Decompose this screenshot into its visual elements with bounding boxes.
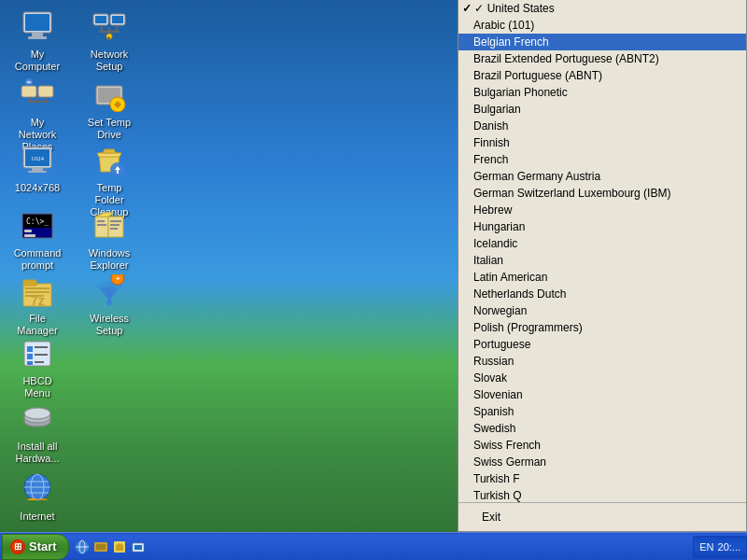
resolution-icon[interactable]: 1024 1024x768: [5, 138, 70, 199]
svg-rect-37: [110, 220, 121, 222]
svg-rect-27: [32, 168, 43, 171]
set-temp-drive-icon[interactable]: Set Temp Drive: [77, 73, 142, 146]
svg-rect-33: [24, 230, 32, 232]
keyboard-layout-dropdown[interactable]: ✓ United States Arabic (101) Belgian Fre…: [458, 0, 747, 532]
svg-rect-9: [116, 25, 118, 31]
language-indicator: EN: [699, 541, 713, 553]
svg-rect-38: [110, 224, 120, 226]
svg-rect-11: [108, 27, 110, 31]
dropdown-item-hungarian[interactable]: Hungarian: [458, 218, 746, 235]
wireless-setup-icon[interactable]: + Wireless Setup: [77, 269, 142, 342]
svg-rect-54: [27, 361, 33, 365]
dropdown-item-german-switzerland[interactable]: German Switzerland Luxembourg (IBM): [458, 185, 746, 202]
dropdown-list[interactable]: ✓ United States Arabic (101) Belgian Fre…: [458, 0, 746, 502]
dropdown-item-swiss-german[interactable]: Swiss German: [458, 454, 746, 470]
svg-rect-28: [28, 171, 47, 173]
dropdown-item-german-germany-austria[interactable]: German Germany Austria: [458, 168, 746, 185]
quicklaunch-ie-icon[interactable]: [75, 539, 90, 554]
resolution-label: 1024x768: [8, 181, 66, 195]
dropdown-item-brazil-extended[interactable]: Brazil Extended Portuguese (ABNT2): [458, 50, 746, 67]
svg-rect-3: [28, 36, 47, 39]
dropdown-item-swiss-french[interactable]: Swiss French: [458, 437, 746, 454]
taskbar-items: [69, 539, 694, 554]
start-button[interactable]: ⊞ Start: [2, 534, 69, 560]
dropdown-item-turkish-q[interactable]: Turkish Q: [458, 487, 746, 502]
dropdown-item-netherlands-dutch[interactable]: Netherlands Dutch: [458, 286, 746, 302]
dropdown-item-hebrew[interactable]: Hebrew: [458, 202, 746, 218]
dropdown-item-russian[interactable]: Russian: [458, 353, 746, 370]
svg-point-46: [106, 300, 112, 305]
dropdown-item-swedish[interactable]: Swedish: [458, 420, 746, 437]
start-label: Start: [29, 539, 57, 553]
dropdown-item-danish[interactable]: Danish: [458, 118, 746, 134]
svg-rect-8: [101, 25, 103, 31]
quicklaunch-3-icon[interactable]: [112, 539, 127, 554]
svg-rect-1: [25, 14, 49, 31]
exit-button[interactable]: Exit: [466, 507, 516, 527]
clock: 20:...: [718, 541, 740, 553]
svg-rect-50: [27, 346, 33, 352]
my-computer-label: My Computer: [8, 48, 66, 74]
svg-text:7z: 7z: [31, 293, 45, 308]
command-prompt-icon[interactable]: C:\>_ Command prompt: [5, 203, 70, 276]
taskbar: ⊞ Start EN 20:...: [0, 532, 747, 560]
svg-rect-16: [30, 97, 32, 101]
svg-rect-72: [134, 545, 142, 550]
svg-rect-42: [25, 287, 49, 289]
dropdown-item-italian[interactable]: Italian: [458, 252, 746, 269]
dropdown-footer: Exit: [458, 502, 746, 531]
dropdown-item-arabic-101[interactable]: Arabic (101): [458, 17, 746, 34]
internet-label: Internet: [8, 510, 66, 524]
dropdown-item-icelandic[interactable]: Icelandic: [458, 235, 746, 252]
network-setup-icon[interactable]: + Network Setup: [77, 5, 142, 77]
svg-rect-15: [38, 86, 53, 97]
quicklaunch-4-icon[interactable]: [131, 539, 146, 554]
svg-rect-7: [112, 16, 123, 23]
dropdown-item-belgian-french[interactable]: Belgian French: [458, 34, 746, 50]
dropdown-item-brazil-portuguese[interactable]: Brazil Portuguese (ABNT): [458, 67, 746, 84]
system-tray[interactable]: EN 20:...: [693, 536, 747, 558]
dropdown-item-slovak[interactable]: Slovak: [458, 370, 746, 386]
dropdown-item-norwegian[interactable]: Norwegian: [458, 302, 746, 319]
dropdown-item-polish-programmers[interactable]: Polish (Programmers): [458, 319, 746, 336]
svg-rect-19: [36, 95, 38, 101]
my-computer-icon[interactable]: My Computer: [5, 5, 70, 77]
dropdown-item-latin-american[interactable]: Latin American: [458, 269, 746, 286]
svg-point-59: [24, 408, 50, 419]
dropdown-item-bulgarian-phonetic[interactable]: Bulgarian Phonetic: [458, 84, 746, 101]
svg-rect-34: [24, 234, 35, 237]
windows-explorer-icon[interactable]: Windows Explorer: [77, 203, 142, 276]
svg-rect-53: [35, 354, 48, 356]
wireless-setup-label: Wireless Setup: [80, 312, 138, 338]
svg-rect-18: [28, 101, 49, 103]
hbcd-menu-icon[interactable]: HBCD Menu: [5, 331, 70, 404]
svg-rect-17: [45, 97, 47, 101]
svg-rect-10: [99, 31, 120, 33]
dropdown-item-bulgarian[interactable]: Bulgarian: [458, 101, 746, 118]
svg-rect-39: [110, 228, 118, 230]
network-setup-label: Network Setup: [80, 48, 138, 74]
svg-text:+: +: [107, 35, 111, 40]
svg-rect-51: [35, 346, 48, 348]
dropdown-item-united-states[interactable]: ✓ United States: [458, 0, 746, 17]
internet-icon[interactable]: Internet: [5, 467, 70, 527]
dropdown-item-turkish-f[interactable]: Turkish F: [458, 470, 746, 487]
svg-rect-14: [21, 86, 36, 97]
quicklaunch-2-icon[interactable]: [93, 539, 108, 554]
dropdown-item-french[interactable]: French: [458, 151, 746, 168]
dropdown-item-spanish[interactable]: Spanish: [458, 403, 746, 420]
svg-text:C:\>_: C:\>_: [26, 217, 49, 226]
install-hardware-label: Install all Hardwa...: [8, 440, 66, 466]
svg-rect-35: [97, 220, 105, 222]
dropdown-item-slovenian[interactable]: Slovenian: [458, 386, 746, 403]
dropdown-item-portuguese[interactable]: Portuguese: [458, 336, 746, 353]
start-logo: ⊞: [10, 539, 25, 554]
svg-rect-41: [23, 280, 36, 286]
svg-rect-55: [35, 361, 44, 363]
install-hardware-icon[interactable]: Install all Hardwa...: [5, 397, 70, 469]
svg-rect-36: [97, 224, 106, 226]
desktop: My Computer + Network Setup: [0, 0, 747, 560]
svg-rect-52: [27, 354, 33, 359]
dropdown-item-finnish[interactable]: Finnish: [458, 134, 746, 151]
svg-text:+: +: [116, 274, 120, 283]
